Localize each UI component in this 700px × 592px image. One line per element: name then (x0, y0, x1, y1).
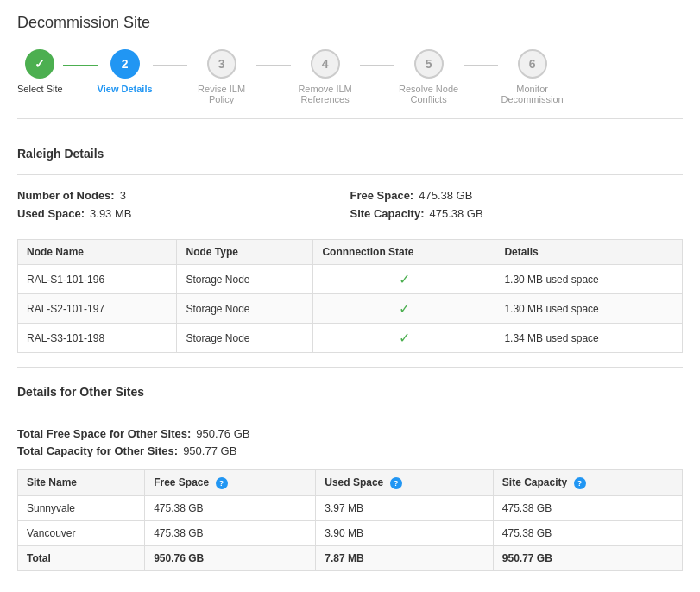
sites-col-free-space: Free Space ? (145, 470, 316, 496)
step-6: 6 Monitor Decommission (498, 49, 567, 104)
free-space-label: Free Space: (350, 189, 414, 202)
node-details: 1.34 MB used space (495, 324, 683, 353)
site-name: Sunnyvale (18, 495, 145, 520)
divider-1 (17, 174, 683, 175)
node-name: RAL-S3-101-198 (18, 324, 177, 353)
site-free-space: 475.38 GB (145, 495, 316, 520)
node-details: 1.30 MB used space (495, 265, 683, 294)
free-space-row: Free Space: 475.38 GB (350, 189, 684, 202)
number-of-nodes-value: 3 (120, 189, 126, 202)
total-free-space-row: Total Free Space for Other Sites: 950.76… (17, 427, 683, 440)
nodes-col-name: Node Name (18, 240, 177, 265)
connector-3-4 (256, 65, 291, 66)
table-row: RAL-S3-101-198 Storage Node ✓ 1.34 MB us… (18, 324, 683, 353)
checkmark-icon: ✓ (399, 301, 410, 316)
other-sites-stats: Total Free Space for Other Sites: 950.76… (17, 427, 683, 457)
step-label-1: Select Site (17, 84, 63, 94)
checkmark-icon: ✓ (399, 331, 410, 345)
footer: Previous Next (17, 589, 683, 592)
site-capacity-row: Site Capacity: 475.38 GB (350, 207, 684, 220)
nodes-col-details: Details (495, 240, 683, 265)
node-type: Storage Node (177, 265, 313, 294)
connector-2-3 (153, 65, 187, 66)
site-free-space: 475.38 GB (145, 520, 316, 545)
sites-col-used-space: Used Space ? (316, 470, 494, 496)
sites-table: Site Name Free Space ? Used Space ? Site… (17, 469, 683, 571)
sites-col-site-capacity: Site Capacity ? (493, 470, 682, 496)
step-label-3: Revise ILM Policy (187, 84, 256, 104)
table-row: RAL-S1-101-196 Storage Node ✓ 1.30 MB us… (18, 265, 683, 294)
node-type: Storage Node (177, 294, 313, 324)
site-used-space: 7.87 MB (316, 545, 494, 570)
free-space-info-icon[interactable]: ? (216, 477, 228, 489)
site-capacity-info-icon[interactable]: ? (574, 477, 586, 489)
sites-col-name: Site Name (18, 470, 145, 496)
total-free-space-label: Total Free Space for Other Sites: (17, 427, 191, 440)
used-space-label: Used Space: (17, 207, 85, 220)
step-circle-2: 2 (110, 49, 140, 79)
step-circle-1: ✓ (25, 49, 54, 79)
number-of-nodes-label: Number of Nodes: (17, 189, 115, 202)
step-label-4: Remove ILM References (291, 84, 360, 104)
nodes-col-type: Node Type (177, 240, 313, 265)
step-5: 5 Resolve Node Conflicts (394, 49, 464, 104)
connector-4-5 (360, 65, 394, 66)
stepper: ✓ Select Site 2 View Details 3 Revise IL… (17, 49, 683, 119)
total-capacity-value: 950.77 GB (183, 444, 236, 457)
site-capacity: 950.77 GB (493, 545, 682, 570)
node-name: RAL-S2-101-197 (18, 294, 177, 324)
site-used-space: 3.90 MB (316, 520, 494, 545)
site-capacity: 475.38 GB (493, 520, 682, 545)
node-type: Storage Node (177, 324, 313, 353)
list-item: Sunnyvale 475.38 GB 3.97 MB 475.38 GB (18, 495, 683, 520)
raleigh-section-title: Raleigh Details (17, 143, 683, 161)
site-free-space: 950.76 GB (145, 545, 316, 570)
step-label-2: View Details (98, 84, 153, 94)
step-circle-3: 3 (207, 49, 236, 79)
nodes-col-connection: Connnection State (313, 240, 495, 265)
node-connection-state: ✓ (313, 265, 495, 294)
total-capacity-label: Total Capacity for Other Sites: (17, 444, 178, 457)
free-space-value: 475.38 GB (419, 189, 472, 202)
total-capacity-row: Total Capacity for Other Sites: 950.77 G… (17, 444, 683, 457)
step-4: 4 Remove ILM References (291, 49, 360, 104)
connector-1-2 (63, 65, 98, 66)
site-name: Vancouver (18, 520, 145, 545)
site-capacity-label: Site Capacity: (350, 207, 425, 220)
nodes-table: Node Name Node Type Connnection State De… (17, 239, 683, 353)
site-details-grid: Number of Nodes: 3 Used Space: 3.93 MB F… (17, 189, 683, 225)
node-details: 1.30 MB used space (495, 294, 683, 324)
list-item: Total 950.76 GB 7.87 MB 950.77 GB (18, 545, 683, 570)
divider-2 (17, 367, 683, 368)
step-circle-5: 5 (414, 49, 444, 79)
step-2: 2 View Details (98, 49, 153, 94)
node-connection-state: ✓ (313, 294, 495, 324)
table-row: RAL-S2-101-197 Storage Node ✓ 1.30 MB us… (18, 294, 683, 324)
node-name: RAL-S1-101-196 (18, 265, 177, 294)
total-free-space-value: 950.76 GB (196, 427, 249, 440)
checkmark-icon: ✓ (399, 272, 410, 287)
step-label-5: Resolve Node Conflicts (394, 84, 464, 104)
site-name: Total (18, 545, 145, 570)
step-3: 3 Revise ILM Policy (187, 49, 256, 104)
number-of-nodes-row: Number of Nodes: 3 (17, 189, 350, 202)
connector-5-6 (464, 65, 498, 66)
other-sites-section-title: Details for Other Sites (17, 381, 683, 399)
used-space-row: Used Space: 3.93 MB (17, 207, 350, 220)
site-capacity-value: 475.38 GB (429, 207, 482, 220)
node-connection-state: ✓ (313, 324, 495, 353)
list-item: Vancouver 475.38 GB 3.90 MB 475.38 GB (18, 520, 683, 545)
used-space-info-icon[interactable]: ? (390, 477, 402, 489)
site-capacity: 475.38 GB (493, 495, 682, 520)
used-space-value: 3.93 MB (90, 207, 131, 220)
divider-3 (17, 413, 683, 413)
step-circle-6: 6 (518, 49, 547, 79)
step-label-6: Monitor Decommission (498, 84, 567, 104)
page-title: Decommission Site (17, 14, 683, 32)
step-circle-4: 4 (311, 49, 340, 79)
site-used-space: 3.97 MB (316, 495, 494, 520)
step-1: ✓ Select Site (17, 49, 63, 94)
